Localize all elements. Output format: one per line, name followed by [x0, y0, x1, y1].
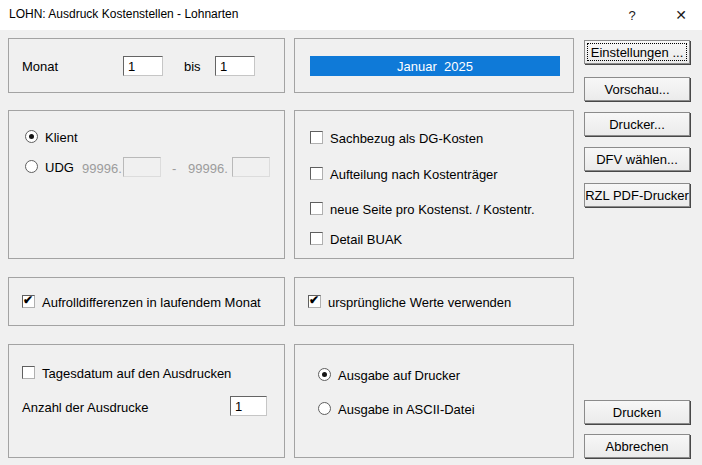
checkbox-neue-seite[interactable] — [310, 202, 323, 215]
help-icon: ? — [628, 8, 635, 23]
drucker-button[interactable]: Drucker... — [584, 112, 690, 136]
einstellungen-button[interactable]: Einstellungen ... — [584, 40, 690, 64]
dialog-window: LOHN: Ausdruck Kostenstellen - Lohnarten… — [0, 0, 702, 465]
radio-udg[interactable] — [25, 160, 38, 173]
anzahl-label: Anzahl der Ausdrucke — [22, 400, 148, 415]
checkbox-aufroll[interactable] — [22, 295, 35, 308]
close-icon: ✕ — [675, 7, 687, 23]
help-button[interactable]: ? — [612, 0, 652, 30]
radio-ausgabe-drucker-label[interactable]: Ausgabe auf Drucker — [338, 368, 460, 383]
checkbox-werte[interactable] — [308, 295, 321, 308]
radio-ausgabe-ascii-label[interactable]: Ausgabe in ASCII-Datei — [338, 402, 475, 417]
vorschau-button[interactable]: Vorschau... — [584, 77, 690, 101]
anzahl-input[interactable] — [230, 396, 267, 416]
abbrechen-button[interactable]: Abbrechen — [584, 434, 690, 458]
radio-udg-label[interactable]: UDG — [45, 160, 74, 175]
radio-ausgabe-ascii[interactable] — [318, 402, 331, 415]
group-ausgabe — [294, 344, 574, 458]
month-banner: Januar 2025 — [310, 56, 560, 76]
udg-to-input[interactable] — [232, 157, 270, 177]
checkbox-detail-buak[interactable] — [310, 232, 323, 245]
checkbox-detail-buak-label[interactable]: Detail BUAK — [330, 232, 402, 247]
monat-label: Monat — [22, 59, 58, 74]
radio-klient-label[interactable]: Klient — [45, 130, 78, 145]
radio-klient[interactable] — [25, 130, 38, 143]
checkbox-werte-label[interactable]: ursprüngliche Werte verwenden — [328, 295, 511, 310]
radio-ausgabe-drucker[interactable] — [318, 368, 331, 381]
checkbox-tagesdatum[interactable] — [22, 366, 35, 379]
checkbox-sachbezug-label[interactable]: Sachbezug als DG-Kosten — [330, 131, 483, 146]
bis-label: bis — [184, 59, 201, 74]
monat-to-input[interactable] — [215, 56, 255, 76]
udg-from-prefix: 99996. — [82, 161, 122, 176]
checkbox-neue-seite-label[interactable]: neue Seite pro Kostenst. / Kostentr. — [330, 202, 535, 217]
rzl-pdf-drucker-button[interactable]: RZL PDF-Drucker — [584, 183, 690, 207]
drucken-button[interactable]: Drucken — [584, 400, 690, 424]
window-title: LOHN: Ausdruck Kostenstellen - Lohnarten — [9, 7, 238, 21]
monat-from-input[interactable] — [123, 56, 163, 76]
checkbox-tagesdatum-label[interactable]: Tagesdatum auf den Ausdrucken — [42, 366, 231, 381]
checkbox-aufteilung[interactable] — [310, 167, 323, 180]
close-button[interactable]: ✕ — [660, 0, 702, 30]
title-bar: LOHN: Ausdruck Kostenstellen - Lohnarten… — [0, 0, 702, 30]
checkbox-aufroll-label[interactable]: Aufrolldifferenzen in laufendem Monat — [42, 295, 261, 310]
udg-to-prefix: 99996. — [188, 161, 228, 176]
dfv-waehlen-button[interactable]: DFV wählen... — [584, 147, 690, 171]
checkbox-sachbezug[interactable] — [310, 131, 323, 144]
checkbox-aufteilung-label[interactable]: Aufteilung nach Kostenträger — [330, 167, 498, 182]
udg-separator: - — [172, 161, 176, 176]
udg-from-input[interactable] — [123, 157, 161, 177]
